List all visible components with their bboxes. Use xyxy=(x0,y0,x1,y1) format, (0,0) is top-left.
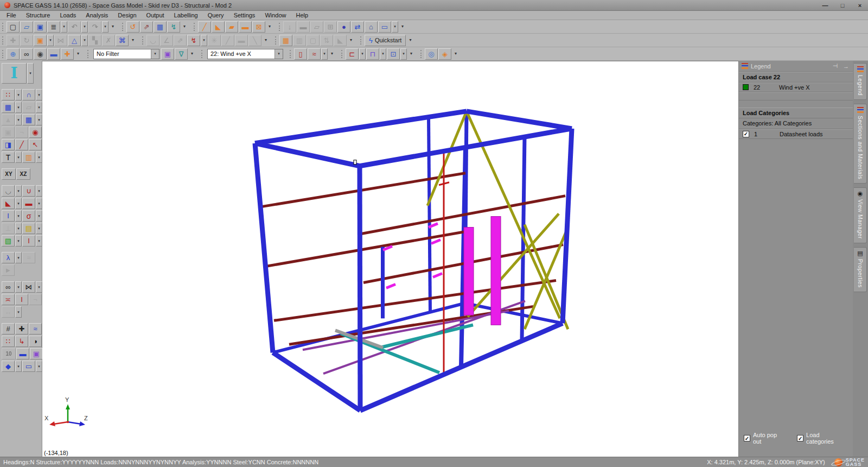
minimize-button[interactable]: — xyxy=(821,2,829,9)
model-viewport[interactable]: Y X Z (-134,18) xyxy=(42,61,738,457)
filter-funnel-button[interactable]: ∇ xyxy=(175,48,188,60)
sb-stress-button-dropdown[interactable]: ▾ xyxy=(36,210,42,222)
sb-footing-button-dropdown[interactable]: ▾ xyxy=(15,306,22,318)
member-display-button[interactable]: ⊏ xyxy=(346,48,359,60)
sb-text-button-dropdown[interactable]: ▾ xyxy=(15,152,22,163)
quickstart-button[interactable]: ϟQuickstart xyxy=(365,35,406,46)
member-display-button-dropdown[interactable]: ▾ xyxy=(359,48,366,60)
snapshot-button[interactable]: ◉ xyxy=(34,48,47,60)
node-flags-button[interactable]: ◈ xyxy=(438,48,451,60)
tab-properties[interactable]: ▤Properties xyxy=(854,247,867,292)
sb-snapgrid-button[interactable]: ∷ xyxy=(2,336,15,347)
section-library-button-dropdown[interactable]: ▾ xyxy=(27,63,34,84)
sb-line-button[interactable]: ╱ xyxy=(15,139,28,150)
sb-text-button[interactable]: T xyxy=(2,152,15,163)
datasheets-button[interactable]: ▦ xyxy=(154,21,167,33)
erase-draw-button[interactable]: ⊠ xyxy=(252,21,265,33)
sb-pin-button[interactable]: ◉ xyxy=(29,127,42,138)
sb-grid-button[interactable]: ▦ xyxy=(22,114,35,125)
restore-button[interactable]: □ xyxy=(839,2,846,9)
sb-member-design-button[interactable]: I xyxy=(15,294,28,305)
copy-button-dropdown[interactable]: ▾ xyxy=(47,35,54,46)
filter-combo-arrow[interactable]: ▾ xyxy=(151,49,159,59)
sb-connection-button-dropdown[interactable]: ▾ xyxy=(15,281,22,293)
file-group-overflow[interactable]: ▾ xyxy=(109,21,117,33)
brick-display-button[interactable]: ⊡ xyxy=(387,48,400,60)
category-row[interactable]: ✓ 1 Datasheet loads xyxy=(739,129,853,139)
sb-moment-conn-button-dropdown[interactable]: ▾ xyxy=(36,281,42,293)
category-checkbox[interactable]: ✓ xyxy=(743,131,749,137)
sb-arch-button[interactable]: ∩ xyxy=(22,89,35,100)
sb-nodes-button[interactable]: ∷ xyxy=(2,89,15,100)
sb-nodes-button-dropdown[interactable]: ▾ xyxy=(15,89,22,100)
sb-shear-button[interactable]: ◣ xyxy=(2,198,15,209)
sb-grid-button-dropdown[interactable]: ▾ xyxy=(36,114,42,125)
draw-group-overflow[interactable]: ▾ xyxy=(266,21,273,33)
sb-pinview-button-dropdown[interactable]: ▾ xyxy=(15,361,22,372)
data-group-overflow[interactable]: ▾ xyxy=(347,35,355,46)
sb-tooltip-button[interactable]: ▭ xyxy=(22,361,35,372)
copy-button[interactable]: ▣ xyxy=(34,35,47,46)
menu-design[interactable]: Design xyxy=(113,12,141,18)
view-group-overflow[interactable]: ▾ xyxy=(74,48,82,60)
menu-file[interactable]: File xyxy=(2,12,21,18)
menu-settings[interactable]: Settings xyxy=(229,12,260,18)
brick-display-button-dropdown[interactable]: ▾ xyxy=(400,48,407,60)
restraints-button[interactable]: ▯ xyxy=(294,48,307,60)
new-file-button[interactable]: ▢ xyxy=(7,21,20,33)
sb-moment-conn-button[interactable]: ⋈ xyxy=(22,281,35,293)
library-button[interactable]: ⌂ xyxy=(365,21,378,33)
save-file-button[interactable]: ▣ xyxy=(34,21,47,33)
menu-output[interactable]: Output xyxy=(142,12,169,18)
sb-origin-button[interactable]: ✚ xyxy=(15,323,28,335)
cleanup-button[interactable]: ↯ xyxy=(167,21,180,33)
load-case-row[interactable]: 22 Wind +ve X xyxy=(739,83,853,92)
legend-collapse-icon[interactable]: → xyxy=(842,63,850,70)
sb-axial-button-dropdown[interactable]: ▾ xyxy=(36,198,42,209)
print-button-dropdown[interactable]: ▾ xyxy=(61,21,67,33)
sb-envelope-button-dropdown[interactable]: ▾ xyxy=(36,223,42,234)
sb-ruler-button[interactable]: ▬ xyxy=(16,348,29,359)
quickstart-overflow[interactable]: ▾ xyxy=(406,35,414,46)
tab-view-manager[interactable]: ◉View Manager xyxy=(854,187,867,243)
sb-datasheet-button-dropdown[interactable]: ▾ xyxy=(15,102,22,113)
sb-connection-button[interactable]: ∞ xyxy=(2,281,15,293)
grade-line-button-dropdown[interactable]: ▾ xyxy=(201,35,207,46)
load-case-combo[interactable]: 22: Wind +ve X▾ xyxy=(207,49,283,59)
materials-bucket-button[interactable]: ● xyxy=(337,21,350,33)
zoom-button[interactable]: ⊕ xyxy=(7,48,20,60)
structure-wizard-button[interactable]: ⇗ xyxy=(140,21,153,33)
model-group-overflow[interactable]: ▾ xyxy=(399,21,406,33)
measure-button[interactable]: ▬ xyxy=(47,48,60,60)
vehicle-button[interactable]: ▭ xyxy=(378,21,391,33)
sb-tooltip-button-dropdown[interactable]: ▾ xyxy=(36,361,42,372)
loads-group-overflow[interactable]: ▾ xyxy=(328,48,336,60)
sb-deflection-button-dropdown[interactable]: ▾ xyxy=(15,185,22,197)
tab-legend[interactable]: Legend xyxy=(854,63,867,100)
sb-cone-button-dropdown[interactable]: ▾ xyxy=(15,114,22,125)
find-button[interactable]: ∞ xyxy=(20,48,33,60)
sb-contour-button-dropdown[interactable]: ▾ xyxy=(15,235,22,247)
cone-button-dropdown[interactable]: ▾ xyxy=(81,35,88,46)
plane-xy-button[interactable]: XY xyxy=(2,168,16,180)
menu-labelling[interactable]: Labelling xyxy=(169,12,203,18)
sb-shear-button-dropdown[interactable]: ▾ xyxy=(15,198,22,209)
sb-gridlines-button[interactable]: # xyxy=(2,323,15,335)
plugin-button[interactable]: ⌘ xyxy=(116,35,129,46)
sb-axes-button[interactable]: ↖ xyxy=(29,139,42,150)
close-button[interactable]: × xyxy=(856,2,864,9)
sb-deflection-button[interactable]: ◡ xyxy=(2,185,15,197)
sb-eraser-button-dropdown[interactable]: ▾ xyxy=(36,102,42,113)
sb-section-stress-button-dropdown[interactable]: ▾ xyxy=(36,235,42,247)
sb-displacement-button[interactable]: I xyxy=(2,210,15,222)
sb-displacement-button-dropdown[interactable]: ▾ xyxy=(15,210,22,222)
menu-help[interactable]: Help xyxy=(291,12,314,18)
draw-offset-button[interactable]: ▬ xyxy=(239,21,252,33)
sb-contour-button[interactable]: ▧ xyxy=(2,235,15,247)
flow-arrows-button[interactable]: ⇄ xyxy=(351,21,364,33)
wind-loads-button[interactable]: ≈ xyxy=(308,48,321,60)
sb-render-button[interactable]: ◑ xyxy=(29,336,42,347)
auto-pop-out-checkbox[interactable]: ✓ xyxy=(744,435,750,441)
section-display-button[interactable]: ⊓ xyxy=(366,48,379,60)
draw-plate-button[interactable]: ▰ xyxy=(225,21,238,33)
